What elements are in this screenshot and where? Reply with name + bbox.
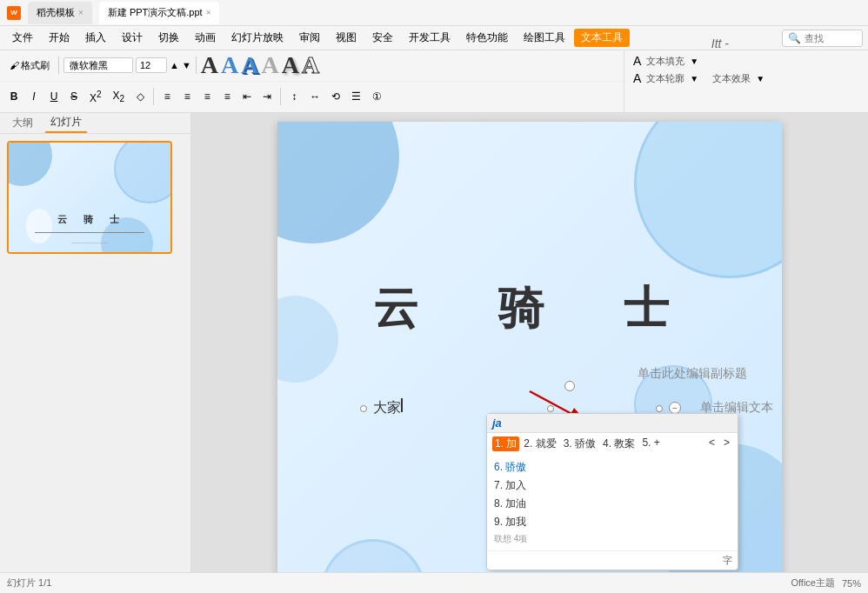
ime-candidate-2[interactable]: 2. 就爱	[521, 436, 558, 451]
text-style-outline[interactable]: A	[302, 51, 319, 79]
ime-list-item-1[interactable]: 6. 骄傲	[494, 458, 731, 476]
ime-candidate-4[interactable]: 4. 教案	[600, 436, 638, 451]
menu-dev[interactable]: 开发工具	[402, 29, 457, 47]
tab-daoke-label: 稻壳模板	[37, 6, 75, 19]
ime-list-item-3[interactable]: 8. 加油	[494, 495, 731, 513]
ime-popup[interactable]: ja 1. 加 2. 就爱 3. 骄傲 4. 教案 5. + < > 6. 骄傲…	[486, 413, 738, 570]
text-style-solid[interactable]: A	[201, 51, 218, 79]
ime-next-btn[interactable]: >	[721, 436, 732, 451]
menu-file[interactable]: 文件	[5, 29, 40, 47]
text-style-gray[interactable]: A	[261, 51, 278, 79]
main-area: 大纲 幻灯片 云 骑 士 ——————	[0, 113, 868, 572]
ime-input-row: ja	[487, 414, 738, 433]
text-fill-icon: A	[633, 54, 641, 68]
bold-btn[interactable]: B	[5, 89, 23, 104]
menu-text[interactable]: 文本工具	[574, 29, 630, 47]
tab-ppt-close[interactable]: ×	[206, 8, 211, 17]
menu-design[interactable]: 设计	[115, 29, 150, 47]
char-spacing-btn[interactable]: ↔	[305, 89, 324, 104]
menu-review[interactable]: 审阅	[292, 29, 327, 47]
text-dir-btn[interactable]: ⟲	[327, 89, 344, 104]
text-style-blue[interactable]: A	[221, 51, 238, 79]
status-zoom: 75%	[842, 578, 861, 589]
tab-slides[interactable]: 幻灯片	[45, 113, 87, 133]
menu-start[interactable]: 开始	[42, 29, 77, 47]
sel-handle-minus[interactable]: −	[669, 402, 681, 414]
ime-list-item-2[interactable]: 7. 加入	[494, 476, 731, 495]
tab-daoke[interactable]: 稻壳模板 ×	[28, 2, 92, 24]
text-outline-icon: A	[633, 71, 641, 85]
text-outline-row: A 文本轮廓 ▼ 文本效果 ▼	[633, 71, 859, 85]
thumb-title: 云 骑 士	[9, 213, 170, 226]
superscript-btn[interactable]: X2	[85, 88, 106, 106]
ime-candidate-1[interactable]: 1. 加	[492, 436, 519, 451]
canvas-area[interactable]: 云 骑 士 单击此处编辑副标题 − 大家 单击编辑文本	[191, 113, 868, 572]
align-center-btn[interactable]: ≡	[178, 89, 196, 104]
sel-handle-left[interactable]	[360, 405, 367, 412]
status-theme: Office主题	[791, 576, 835, 590]
menu-draw[interactable]: 绘图工具	[517, 29, 572, 47]
itt-label: Itt -	[711, 37, 729, 50]
list-btn[interactable]: ☰	[347, 89, 365, 104]
slide-title[interactable]: 云 骑 士	[277, 278, 782, 339]
text-style-3d[interactable]: A	[241, 51, 258, 79]
menu-animation[interactable]: 动画	[188, 29, 223, 47]
slide-thumbnail-1[interactable]: 云 骑 士 ——————	[7, 141, 172, 254]
underline-btn[interactable]: U	[45, 89, 63, 104]
menu-view[interactable]: 视图	[329, 29, 364, 47]
font-size-input[interactable]	[136, 57, 167, 73]
thumb-circle-tl	[7, 141, 52, 186]
ime-prev-btn[interactable]: <	[706, 436, 718, 451]
ime-candidate-3[interactable]: 3. 骄傲	[561, 436, 598, 451]
format-painter-icon: 🖌	[10, 60, 19, 70]
sel-handle-right-mid[interactable]	[656, 405, 663, 412]
text-effect-dropdown[interactable]: ▼	[756, 74, 765, 83]
menu-insert[interactable]: 插入	[78, 29, 113, 47]
input-text-content: 大家	[373, 400, 401, 415]
align-left-btn[interactable]: ≡	[158, 89, 176, 104]
subtitle-hint-text: 单击此处编辑副标题	[638, 366, 747, 380]
tab-outline[interactable]: 大纲	[7, 114, 38, 132]
menu-special[interactable]: 特色功能	[459, 29, 515, 47]
left-panel: 大纲 幻灯片 云 骑 士 ——————	[0, 113, 191, 572]
text-outline-dropdown[interactable]: ▼	[690, 74, 698, 83]
align-right-btn[interactable]: ≡	[198, 89, 216, 104]
menu-security[interactable]: 安全	[365, 29, 400, 47]
slide-input-text[interactable]: 大家	[373, 398, 403, 417]
text-style-shadow[interactable]: A	[282, 51, 299, 79]
strikethrough-btn[interactable]: S	[65, 89, 83, 104]
subscript-btn[interactable]: X2	[109, 88, 130, 105]
search-input[interactable]	[805, 33, 857, 43]
menu-slideshow[interactable]: 幻灯片放映	[224, 29, 290, 47]
numbering-btn[interactable]: ①	[368, 89, 386, 104]
ime-list-item-5: 联想 4项	[494, 531, 731, 547]
tab-ppt[interactable]: 新建 PPT演示文稿.ppt ×	[99, 2, 220, 24]
indent-inc-btn[interactable]: ⇥	[258, 89, 276, 104]
toolbar-row2: B I U S X2 X2 ◇ ≡ ≡ ≡ ≡ ⇤ ⇥ ↕ ↔ ⟲ ☰ ①	[0, 82, 624, 113]
align-justify-btn[interactable]: ≡	[218, 89, 236, 104]
indent-dec-btn[interactable]: ⇤	[238, 89, 256, 104]
font-name-input[interactable]	[63, 57, 133, 73]
format-painter-btn[interactable]: 🖌 格式刷	[5, 57, 54, 74]
status-slide-info: 幻灯片 1/1	[7, 576, 51, 590]
font-size-down-icon[interactable]: ▼	[182, 60, 191, 70]
tab-daoke-close[interactable]: ×	[78, 8, 83, 17]
ime-list: 6. 骄傲 7. 加入 8. 加油 9. 加我 联想 4项	[487, 455, 738, 550]
italic-btn[interactable]: I	[25, 89, 43, 104]
menu-transition[interactable]: 切换	[151, 29, 186, 47]
slide-canvas[interactable]: 云 骑 士 单击此处编辑副标题 − 大家 单击编辑文本	[277, 122, 782, 572]
ime-nav-btns: < >	[706, 436, 732, 451]
slide-subtitle-hint[interactable]: 单击此处编辑副标题	[277, 365, 782, 382]
toolbar-right: A 文本填充 ▼ A 文本轮廓 ▼ 文本效果 ▼	[624, 50, 868, 112]
sep3	[153, 88, 154, 105]
menu-search-box[interactable]: 🔍	[782, 30, 863, 47]
font-size-up-icon[interactable]: ▲	[170, 60, 179, 70]
line-spacing-btn[interactable]: ↕	[285, 89, 303, 104]
slide-circle-4	[321, 539, 425, 572]
ime-candidate-5[interactable]: 5. +	[639, 436, 662, 451]
ime-list-item-4[interactable]: 9. 加我	[494, 513, 731, 531]
panel-tabs: 大纲 幻灯片	[0, 113, 190, 134]
thumb-circle-tr	[114, 141, 172, 203]
clear-format-btn[interactable]: ◇	[131, 89, 149, 104]
text-fill-dropdown[interactable]: ▼	[690, 57, 698, 66]
